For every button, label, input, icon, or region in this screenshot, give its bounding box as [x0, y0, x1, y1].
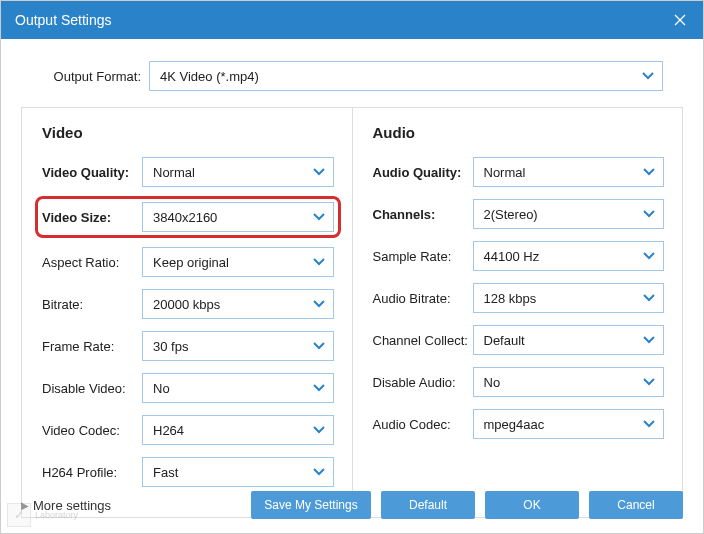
aspect-ratio-label: Aspect Ratio:: [42, 255, 142, 270]
sample-rate-select[interactable]: 44100 Hz: [473, 241, 665, 271]
video-size-select[interactable]: 3840x2160: [142, 202, 334, 232]
expand-arrow-icon: ▶: [21, 500, 29, 511]
channels-label: Channels:: [373, 207, 473, 222]
window-title: Output Settings: [15, 12, 112, 28]
chevron-down-icon: [313, 342, 325, 350]
audio-codec-value: mpeg4aac: [484, 417, 545, 432]
h264-profile-label: H264 Profile:: [42, 465, 142, 480]
chevron-down-icon: [643, 168, 655, 176]
audio-column: Audio Audio Quality: Normal Channels: 2(…: [352, 107, 684, 518]
video-quality-value: Normal: [153, 165, 195, 180]
h264-profile-value: Fast: [153, 465, 178, 480]
chevron-down-icon: [643, 252, 655, 260]
chevron-down-icon: [643, 210, 655, 218]
save-my-settings-button[interactable]: Save My Settings: [251, 491, 371, 519]
video-quality-select[interactable]: Normal: [142, 157, 334, 187]
audio-quality-label: Audio Quality:: [373, 165, 473, 180]
channel-collect-label: Channel Collect:: [373, 333, 473, 348]
video-size-label: Video Size:: [42, 210, 142, 225]
audio-quality-select[interactable]: Normal: [473, 157, 665, 187]
more-settings-label: More settings: [33, 498, 111, 513]
settings-columns: Video Video Quality: Normal Video Size: …: [1, 107, 703, 518]
disable-video-label: Disable Video:: [42, 381, 142, 396]
audio-bitrate-row: Audio Bitrate: 128 kbps: [373, 283, 665, 313]
video-size-value: 3840x2160: [153, 210, 217, 225]
audio-bitrate-select[interactable]: 128 kbps: [473, 283, 665, 313]
channel-collect-row: Channel Collect: Default: [373, 325, 665, 355]
video-quality-label: Video Quality:: [42, 165, 142, 180]
output-format-label: Output Format:: [41, 69, 141, 84]
chevron-down-icon: [643, 378, 655, 386]
chevron-down-icon: [643, 420, 655, 428]
more-settings-link[interactable]: ▶ More settings: [21, 498, 111, 513]
audio-codec-select[interactable]: mpeg4aac: [473, 409, 665, 439]
cancel-button[interactable]: Cancel: [589, 491, 683, 519]
chevron-down-icon: [313, 300, 325, 308]
channels-value: 2(Stereo): [484, 207, 538, 222]
video-quality-row: Video Quality: Normal: [42, 157, 334, 187]
aspect-ratio-row: Aspect Ratio: Keep original: [42, 247, 334, 277]
ok-button[interactable]: OK: [485, 491, 579, 519]
video-bitrate-row: Bitrate: 20000 kbps: [42, 289, 334, 319]
disable-audio-select[interactable]: No: [473, 367, 665, 397]
sample-rate-label: Sample Rate:: [373, 249, 473, 264]
disable-video-value: No: [153, 381, 170, 396]
disable-audio-row: Disable Audio: No: [373, 367, 665, 397]
video-codec-label: Video Codec:: [42, 423, 142, 438]
disable-video-select[interactable]: No: [142, 373, 334, 403]
chevron-down-icon: [313, 258, 325, 266]
chevron-down-icon: [643, 294, 655, 302]
video-bitrate-label: Bitrate:: [42, 297, 142, 312]
channels-row: Channels: 2(Stereo): [373, 199, 665, 229]
audio-bitrate-value: 128 kbps: [484, 291, 537, 306]
audio-codec-label: Audio Codec:: [373, 417, 473, 432]
channel-collect-value: Default: [484, 333, 525, 348]
titlebar: Output Settings: [1, 1, 703, 39]
frame-rate-row: Frame Rate: 30 fps: [42, 331, 334, 361]
video-column: Video Video Quality: Normal Video Size: …: [21, 107, 352, 518]
sample-rate-row: Sample Rate: 44100 Hz: [373, 241, 665, 271]
button-row: Save My Settings Default OK Cancel: [251, 491, 683, 519]
audio-bitrate-label: Audio Bitrate:: [373, 291, 473, 306]
default-button[interactable]: Default: [381, 491, 475, 519]
channels-select[interactable]: 2(Stereo): [473, 199, 665, 229]
audio-quality-value: Normal: [484, 165, 526, 180]
chevron-down-icon: [313, 213, 325, 221]
video-size-row: Video Size: 3840x2160: [35, 196, 341, 238]
video-codec-value: H264: [153, 423, 184, 438]
disable-audio-value: No: [484, 375, 501, 390]
output-settings-window: Output Settings Output Format: 4K Video …: [0, 0, 704, 534]
chevron-down-icon: [313, 384, 325, 392]
chevron-down-icon: [313, 468, 325, 476]
chevron-down-icon: [642, 72, 654, 80]
sample-rate-value: 44100 Hz: [484, 249, 540, 264]
chevron-down-icon: [313, 168, 325, 176]
channel-collect-select[interactable]: Default: [473, 325, 665, 355]
audio-quality-row: Audio Quality: Normal: [373, 157, 665, 187]
chevron-down-icon: [643, 336, 655, 344]
video-bitrate-value: 20000 kbps: [153, 297, 220, 312]
frame-rate-select[interactable]: 30 fps: [142, 331, 334, 361]
aspect-ratio-value: Keep original: [153, 255, 229, 270]
video-codec-row: Video Codec: H264: [42, 415, 334, 445]
chevron-down-icon: [313, 426, 325, 434]
video-bitrate-select[interactable]: 20000 kbps: [142, 289, 334, 319]
disable-audio-label: Disable Audio:: [373, 375, 473, 390]
audio-codec-row: Audio Codec: mpeg4aac: [373, 409, 665, 439]
close-icon[interactable]: [671, 11, 689, 29]
footer: ▶ More settings Save My Settings Default…: [1, 479, 703, 533]
output-format-value: 4K Video (*.mp4): [160, 69, 259, 84]
audio-heading: Audio: [373, 124, 665, 141]
frame-rate-label: Frame Rate:: [42, 339, 142, 354]
output-format-select[interactable]: 4K Video (*.mp4): [149, 61, 663, 91]
aspect-ratio-select[interactable]: Keep original: [142, 247, 334, 277]
disable-video-row: Disable Video: No: [42, 373, 334, 403]
video-codec-select[interactable]: H264: [142, 415, 334, 445]
output-format-row: Output Format: 4K Video (*.mp4): [1, 39, 703, 107]
video-heading: Video: [42, 124, 334, 141]
frame-rate-value: 30 fps: [153, 339, 188, 354]
